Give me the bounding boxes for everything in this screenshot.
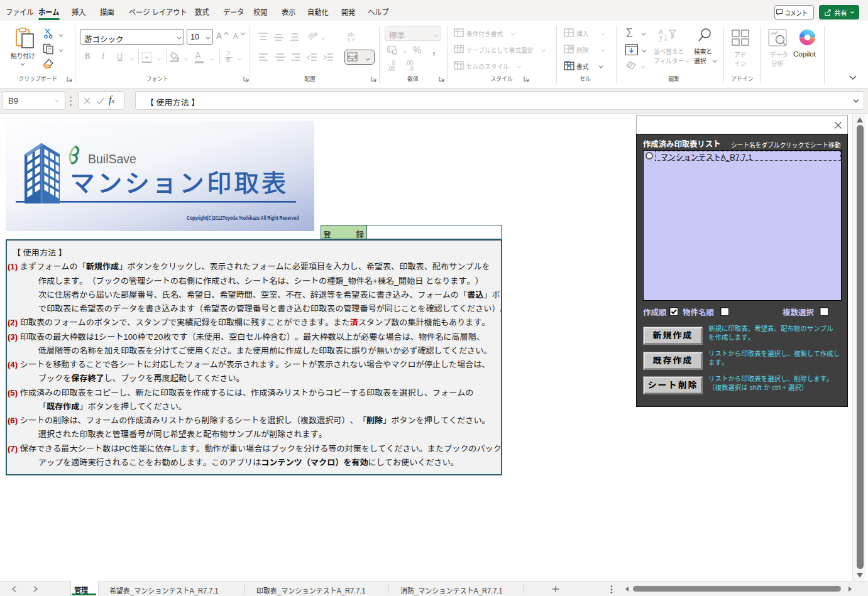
svg-text:A: A (659, 29, 663, 36)
svg-text:ab: ab (306, 32, 315, 40)
svg-text:BuilSave: BuilSave (88, 152, 136, 166)
svg-text:Z: Z (659, 36, 662, 43)
svg-text:c: c (348, 36, 351, 43)
